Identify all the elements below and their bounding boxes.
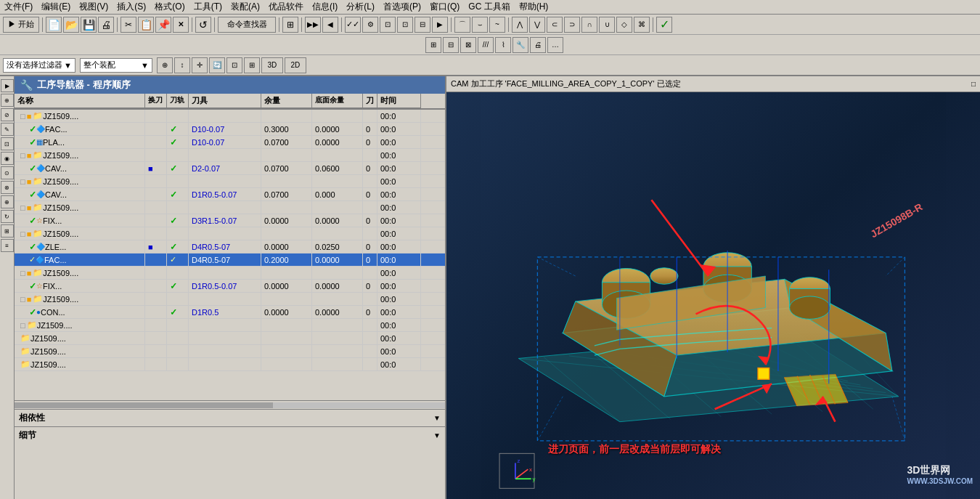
h-scrollbar[interactable] <box>15 400 445 409</box>
table-row[interactable]: □■📁 JZ1509.... 00:0 <box>15 201 445 214</box>
tb2-6[interactable]: 🔧 <box>513 37 528 53</box>
table-row[interactable]: □■📁 JZ1509.... 00:0 <box>15 227 445 240</box>
filter-btn1[interactable]: ⊕ <box>157 57 173 73</box>
left-icon-7[interactable]: ⊙ <box>1 166 14 179</box>
table-row[interactable]: ✓ ● CON... ✓ D1R0.5 0.0000 0.0000 0 00:0 <box>15 306 445 319</box>
left-icon-2[interactable]: ⊕ <box>1 94 14 107</box>
filter-btn4[interactable]: 🔄 <box>209 57 225 73</box>
new-btn[interactable]: 📄 <box>46 17 62 33</box>
table-row[interactable]: ✓ 🔷 FAC... ✓ D10-0.07 0.3000 0.0000 0 00… <box>15 123 445 136</box>
table-row[interactable]: □■📁 JZ1509.... 00:0 <box>15 149 445 162</box>
menu-prefs[interactable]: 首选项(P) <box>382 1 422 13</box>
tb2-4[interactable]: /// <box>478 37 494 53</box>
tb2-7[interactable]: 🖨 <box>530 37 546 53</box>
table-row[interactable]: □ 📁 JZ1509.... 00:0 <box>15 319 445 332</box>
tb-extra1[interactable]: ▶▶ <box>305 17 321 33</box>
table-row[interactable]: ✓ ▦ PLA... ✓ D10-0.07 0.0700 0.0000 0 00… <box>15 136 445 149</box>
filter-btn6[interactable]: ⊞ <box>244 57 260 73</box>
tb-s7[interactable]: ◇ <box>616 17 632 33</box>
start-button[interactable]: ▶ 开始 <box>3 17 39 33</box>
filter-btn7[interactable]: 3D <box>261 57 283 73</box>
table-row[interactable]: 📁 JZ1509.... 00:0 <box>15 358 445 371</box>
tb-s4[interactable]: ⊃ <box>564 17 580 33</box>
tb-s1[interactable]: ⋀ <box>512 17 528 33</box>
table-row[interactable]: 📁 JZ1509.... 00:0 <box>15 345 445 358</box>
table-row[interactable]: 📁 JZ1509.... 00:0 <box>15 332 445 345</box>
menu-info[interactable]: 信息(I) <box>311 1 339 13</box>
filter-btn5[interactable]: ⊡ <box>226 57 242 73</box>
assembly-dropdown[interactable]: 整个装配▼ <box>80 58 152 73</box>
tb2-1[interactable]: ⊞ <box>425 37 441 53</box>
menu-assembly[interactable]: 装配(A) <box>229 1 261 13</box>
table-row[interactable]: ✓ 🔷 CAV... ✓ D1R0.5-0.07 0.0700 0.000 0 … <box>15 188 445 201</box>
tb-cam3[interactable]: ⊡ <box>380 17 396 33</box>
tb-checkmark-big[interactable]: ✓ <box>656 17 672 33</box>
print-btn[interactable]: 🖨 <box>98 17 114 33</box>
tb-cam4[interactable]: ⊡ <box>397 17 413 33</box>
tb2-8[interactable]: … <box>547 37 563 53</box>
snap-btn[interactable]: 命令查找器 <box>218 17 276 33</box>
table-row[interactable]: ✓ 🔷 ZLE... ■ ✓ D4R0.5-07 0.0000 0.0250 0… <box>15 240 445 253</box>
menu-format[interactable]: 格式(O) <box>153 1 186 13</box>
tb-extra2[interactable]: ◀ <box>322 17 338 33</box>
grid-btn[interactable]: ⊞ <box>282 17 298 33</box>
left-icon-9[interactable]: ⊕ <box>1 195 14 208</box>
tb-s2[interactable]: ⋁ <box>529 17 545 33</box>
tb-s8[interactable]: ⌘ <box>634 17 650 33</box>
cut-btn[interactable]: ✂ <box>121 17 136 33</box>
menu-tools[interactable]: 工具(T) <box>192 1 224 13</box>
left-icon-1[interactable]: ▶ <box>1 79 14 92</box>
menu-edit[interactable]: 编辑(E) <box>40 1 72 13</box>
open-btn[interactable]: 📂 <box>63 17 79 33</box>
filter-dropdown[interactable]: 没有选择过滤器▼ <box>3 58 75 73</box>
tb-cam6[interactable]: ▶ <box>432 17 448 33</box>
menu-window[interactable]: 窗口(Q) <box>428 1 461 13</box>
menu-view[interactable]: 视图(V) <box>78 1 110 13</box>
table-row[interactable]: ✓ ☆ FIX... ✓ D3R1.5-0.07 0.0000 0.0000 0… <box>15 214 445 227</box>
delete-btn[interactable]: ✕ <box>173 17 189 33</box>
dependency-expand[interactable]: ▼ <box>433 414 441 422</box>
table-row[interactable]: ✓ ☆ FIX... ✓ D1R0.5-0.07 0.0000 0.0000 0… <box>15 280 445 293</box>
left-icon-3[interactable]: ⊘ <box>1 108 14 121</box>
save-btn[interactable]: 💾 <box>81 17 97 33</box>
left-icon-11[interactable]: ⊞ <box>1 224 14 238</box>
menu-gc[interactable]: GC 工具箱 <box>467 1 511 13</box>
menu-help[interactable]: 帮助(H) <box>518 1 550 13</box>
menu-analysis[interactable]: 分析(L) <box>345 1 376 13</box>
copy-btn[interactable]: 📋 <box>138 17 154 33</box>
tb-cam2[interactable]: ⚙ <box>362 17 378 33</box>
filter-btn8[interactable]: 2D <box>285 57 306 73</box>
tb-r1[interactable]: ⌒ <box>454 17 470 33</box>
tb-cam5[interactable]: ⊟ <box>415 17 430 33</box>
tb2-5[interactable]: ⌇ <box>495 37 511 53</box>
table-row-selected[interactable]: ✓ 🔷 FAC... ✓ D4R0.5-07 0.2000 0.0000 0 0… <box>15 253 445 267</box>
table-row[interactable]: ✓ 🔷 CAV... ■ ✓ D2-0.07 0.0700 0.0600 0 0… <box>15 162 445 175</box>
table-row[interactable]: □■📁 JZ1509.... 00:0 <box>15 175 445 188</box>
left-icon-6[interactable]: ◉ <box>1 152 14 165</box>
tb-cam1[interactable]: ✓✓ <box>345 17 361 33</box>
tb-s6[interactable]: ∪ <box>599 17 615 33</box>
viewport-content[interactable]: JZ15098B-R x y z <box>446 92 980 499</box>
menu-file[interactable]: 文件(F) <box>3 1 34 13</box>
table-row[interactable]: □■📁 JZ1509.... 00:0 <box>15 293 445 306</box>
tb2-2[interactable]: ⊟ <box>443 37 459 53</box>
paste-btn[interactable]: 📌 <box>155 17 171 33</box>
table-row[interactable]: □■📁 JZ1509.... 00:0 <box>15 267 445 280</box>
undo-btn[interactable]: ↺ <box>195 17 211 33</box>
filter-btn2[interactable]: ↕ <box>174 57 190 73</box>
tb-s3[interactable]: ⊂ <box>547 17 563 33</box>
left-icon-12[interactable]: ≡ <box>1 239 14 252</box>
menu-youpin[interactable]: 优品软件 <box>267 1 305 13</box>
left-icon-8[interactable]: ⊗ <box>1 181 14 194</box>
table-row[interactable]: □■📁 JZ1509.... 00:0 <box>15 110 445 123</box>
left-icon-4[interactable]: ✎ <box>1 123 14 136</box>
left-icon-10[interactable]: ↻ <box>1 210 14 223</box>
left-icon-5[interactable]: ⊡ <box>1 137 14 150</box>
tb-r2[interactable]: ⌣ <box>472 17 488 33</box>
tb2-3[interactable]: ⊠ <box>460 37 476 53</box>
menu-insert[interactable]: 插入(S) <box>115 1 147 13</box>
tb-r3[interactable]: ~ <box>489 17 505 33</box>
filter-btn3[interactable]: ✛ <box>192 57 208 73</box>
tb-s5[interactable]: ∩ <box>581 17 597 33</box>
details-expand[interactable]: ▼ <box>433 431 441 439</box>
